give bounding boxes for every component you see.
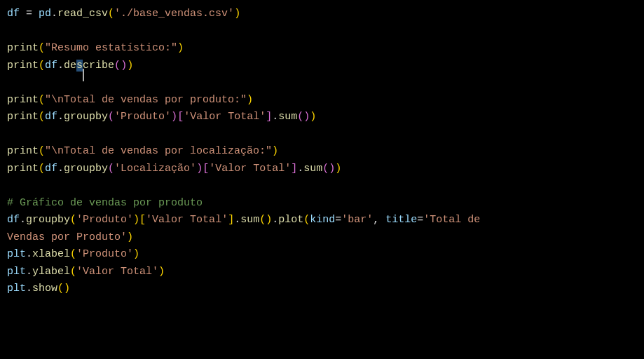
- kwarg: kind: [310, 214, 335, 226]
- paren-open: (: [322, 163, 329, 175]
- paren-open: (: [39, 42, 45, 54]
- operator: =: [20, 8, 39, 20]
- method-call: groupby: [64, 163, 108, 175]
- paren-close: ): [303, 111, 310, 123]
- code-line[interactable]: print("Resumo estatístico:"): [7, 42, 184, 54]
- paren-close: ): [158, 266, 165, 278]
- string-literal: 'Valor Total': [76, 266, 158, 278]
- paren-close: ): [247, 94, 253, 106]
- code-line[interactable]: plt.ylabel('Valor Total'): [7, 266, 165, 278]
- code-line[interactable]: print(df.groupby('Produto')['Valor Total…: [7, 111, 316, 123]
- operator: =: [335, 214, 341, 226]
- code-line[interactable]: print(df.describe()): [7, 60, 133, 72]
- string-literal: "\nTotal de vendas por produto:": [45, 94, 247, 106]
- method-call: sum: [303, 163, 322, 175]
- module: pd: [39, 8, 51, 20]
- method-call: groupby: [26, 214, 70, 226]
- code-line[interactable]: plt.show(): [7, 283, 70, 294]
- paren-open: (: [57, 283, 64, 294]
- paren-open: (: [70, 214, 76, 226]
- dot: .: [57, 60, 64, 72]
- paren-close: ): [64, 283, 70, 294]
- paren-close: ): [127, 60, 133, 72]
- paren-open: (: [39, 145, 45, 157]
- code-line[interactable]: print(df.groupby('Localização')['Valor T…: [7, 163, 341, 175]
- variable: df: [7, 214, 20, 226]
- code-line[interactable]: print("\nTotal de vendas por produto:"): [7, 94, 253, 106]
- paren-open: (: [108, 163, 114, 175]
- dot: .: [20, 214, 26, 226]
- paren-close: ): [171, 111, 177, 123]
- code-line[interactable]: plt.xlabel('Produto'): [7, 248, 139, 260]
- paren-close: ): [266, 214, 272, 226]
- paren-open: (: [297, 111, 303, 123]
- string-literal: './base_vendas.csv': [114, 8, 234, 20]
- string-literal: 'Produto': [76, 248, 133, 260]
- paren-open: (: [39, 111, 45, 123]
- string-literal: 'Produto': [114, 111, 171, 123]
- dot: .: [26, 248, 32, 260]
- bracket-close: ]: [228, 214, 234, 226]
- method-call: describe: [64, 60, 114, 72]
- code-line[interactable]: # Gráfico de vendas por produto: [7, 197, 203, 209]
- bracket-open: [: [139, 214, 146, 226]
- method-call: sum: [278, 111, 297, 123]
- paren-open: (: [259, 214, 266, 226]
- dot: .: [26, 266, 32, 278]
- code-editor[interactable]: df = pd.read_csv('./base_vendas.csv') pr…: [0, 0, 644, 304]
- method-call: sum: [240, 214, 259, 226]
- paren-close: ): [177, 42, 184, 54]
- paren-open: (: [70, 248, 76, 260]
- paren-open: (: [39, 60, 45, 72]
- dot: .: [57, 111, 64, 123]
- builtin-print: print: [7, 111, 39, 123]
- code-line[interactable]: df.groupby('Produto')['Valor Total'].sum…: [7, 214, 486, 226]
- module: plt: [7, 248, 26, 260]
- paren-close: ): [234, 8, 240, 20]
- comment: # Gráfico de vendas por produto: [7, 197, 203, 209]
- builtin-print: print: [7, 42, 39, 54]
- variable: df: [45, 163, 57, 175]
- code-line[interactable]: Vendas por Produto'): [7, 231, 133, 243]
- string-literal: Vendas por Produto': [7, 231, 127, 243]
- string-literal: 'Valor Total': [184, 111, 266, 123]
- code-line[interactable]: df = pd.read_csv('./base_vendas.csv'): [7, 8, 240, 20]
- string-literal: "\nTotal de vendas por localização:": [45, 145, 272, 157]
- method-call: ylabel: [32, 266, 70, 278]
- dot: .: [272, 111, 278, 123]
- string-literal: 'Produto': [76, 214, 133, 226]
- paren-open: (: [108, 111, 114, 123]
- method-call: plot: [278, 214, 303, 226]
- paren-open: (: [114, 60, 121, 72]
- method-call: show: [32, 283, 57, 294]
- module: plt: [7, 266, 26, 278]
- paren-close: ): [329, 163, 335, 175]
- builtin-print: print: [7, 163, 39, 175]
- kwarg: title: [385, 214, 417, 226]
- paren-open: (: [39, 163, 45, 175]
- operator: =: [417, 214, 423, 226]
- paren-open: (: [70, 266, 76, 278]
- code-line[interactable]: print("\nTotal de vendas por localização…: [7, 145, 278, 157]
- paren-close: ): [272, 145, 278, 157]
- string-literal: 'Localização': [114, 163, 196, 175]
- bracket-open: [: [203, 163, 209, 175]
- string-literal: "Resumo estatístico:": [45, 42, 177, 54]
- paren-close: ): [133, 214, 139, 226]
- string-literal: 'Total de: [423, 214, 486, 226]
- text-selection: s: [76, 60, 83, 72]
- method-call: xlabel: [32, 248, 70, 260]
- paren-close: ): [196, 163, 203, 175]
- method-call: groupby: [64, 111, 108, 123]
- module: plt: [7, 283, 26, 294]
- string-literal: 'Valor Total': [209, 163, 291, 175]
- dot: .: [297, 163, 303, 175]
- dot: .: [26, 283, 32, 294]
- paren-open: (: [108, 8, 114, 20]
- variable: df: [45, 60, 57, 72]
- variable: df: [7, 8, 20, 20]
- paren-close: ): [335, 163, 341, 175]
- comma: ,: [373, 214, 385, 226]
- dot: .: [57, 163, 64, 175]
- paren-close: ): [133, 248, 139, 260]
